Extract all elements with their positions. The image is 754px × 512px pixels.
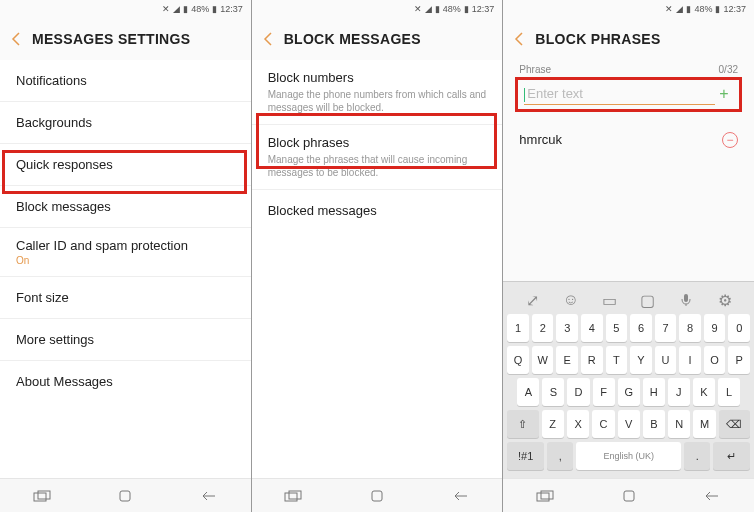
key-7[interactable]: 7: [655, 314, 677, 342]
row-block-phrases[interactable]: Block phrases Manage the phrases that wi…: [252, 125, 503, 190]
recents-icon[interactable]: [27, 486, 57, 506]
block-list: Block numbers Manage the phone numbers f…: [252, 60, 503, 478]
key-y[interactable]: Y: [630, 346, 652, 374]
row-backgrounds[interactable]: Backgrounds: [0, 102, 251, 144]
row-caller-id[interactable]: Caller ID and spam protection On: [0, 228, 251, 277]
key-o[interactable]: O: [704, 346, 726, 374]
key-q[interactable]: Q: [507, 346, 529, 374]
screen-block-phrases: ✕ ◢ ▮ 48% ▮ 12:37 BLOCK PHRASES Phrase 0…: [503, 0, 754, 512]
row-more-settings[interactable]: More settings: [0, 319, 251, 361]
space-key[interactable]: English (UK): [576, 442, 681, 470]
key-a[interactable]: A: [517, 378, 539, 406]
key-k[interactable]: K: [693, 378, 715, 406]
page-title: MESSAGES SETTINGS: [32, 31, 190, 47]
key-4[interactable]: 4: [581, 314, 603, 342]
battery-icon: ▮: [464, 4, 469, 14]
key-h[interactable]: H: [643, 378, 665, 406]
key-6[interactable]: 6: [630, 314, 652, 342]
key-8[interactable]: 8: [679, 314, 701, 342]
key-9[interactable]: 9: [704, 314, 726, 342]
key-1[interactable]: 1: [507, 314, 529, 342]
home-icon[interactable]: [110, 486, 140, 506]
key-w[interactable]: W: [532, 346, 554, 374]
key-t[interactable]: T: [606, 346, 628, 374]
wifi-icon: ◢: [425, 4, 432, 14]
svg-rect-2: [120, 491, 130, 501]
symbols-key[interactable]: !#1: [507, 442, 544, 470]
add-phrase-button[interactable]: +: [715, 85, 733, 103]
screen-messages-settings: ✕ ◢ ▮ 48% ▮ 12:37 MESSAGES SETTINGS Noti…: [0, 0, 251, 512]
key-j[interactable]: J: [668, 378, 690, 406]
key-p[interactable]: P: [728, 346, 750, 374]
svg-rect-8: [541, 491, 553, 499]
key-r[interactable]: R: [581, 346, 603, 374]
key-s[interactable]: S: [542, 378, 564, 406]
key-d[interactable]: D: [567, 378, 589, 406]
key-v[interactable]: V: [618, 410, 640, 438]
header: BLOCK MESSAGES: [252, 18, 503, 60]
key-f[interactable]: F: [593, 378, 615, 406]
row-quick-responses[interactable]: Quick responses: [0, 144, 251, 186]
key-5[interactable]: 5: [606, 314, 628, 342]
back-nav-icon[interactable]: [446, 486, 476, 506]
expand-icon[interactable]: ⤢: [521, 290, 545, 310]
time-text: 12:37: [472, 4, 495, 14]
row-font-size[interactable]: Font size: [0, 277, 251, 319]
key-b[interactable]: B: [643, 410, 665, 438]
key-3[interactable]: 3: [556, 314, 578, 342]
enter-key[interactable]: ↵: [713, 442, 750, 470]
backspace-key[interactable]: ⌫: [719, 410, 750, 438]
row-block-numbers[interactable]: Block numbers Manage the phone numbers f…: [252, 60, 503, 125]
key-z[interactable]: Z: [542, 410, 564, 438]
svg-rect-4: [289, 491, 301, 499]
header: MESSAGES SETTINGS: [0, 18, 251, 60]
battery-text: 48%: [191, 4, 209, 14]
signal-icon: ▮: [435, 4, 440, 14]
key-l[interactable]: L: [718, 378, 740, 406]
back-icon[interactable]: [6, 29, 26, 49]
recents-icon[interactable]: [278, 486, 308, 506]
battery-icon: ▮: [715, 4, 720, 14]
key-c[interactable]: C: [592, 410, 614, 438]
settings-icon[interactable]: ⚙: [713, 290, 737, 310]
recents-icon[interactable]: [530, 486, 560, 506]
row-about[interactable]: About Messages: [0, 361, 251, 402]
remove-phrase-button[interactable]: −: [722, 132, 738, 148]
gif-icon[interactable]: ▭: [597, 290, 621, 310]
row-blocked-messages[interactable]: Blocked messages: [252, 190, 503, 231]
battery-text: 48%: [694, 4, 712, 14]
battery-text: 48%: [443, 4, 461, 14]
key-e[interactable]: E: [556, 346, 578, 374]
screen-block-messages: ✕ ◢ ▮ 48% ▮ 12:37 BLOCK MESSAGES Block n…: [252, 0, 503, 512]
key-n[interactable]: N: [668, 410, 690, 438]
key-m[interactable]: M: [693, 410, 715, 438]
period-key[interactable]: .: [684, 442, 710, 470]
home-icon[interactable]: [614, 486, 644, 506]
key-x[interactable]: X: [567, 410, 589, 438]
key-0[interactable]: 0: [728, 314, 750, 342]
back-icon[interactable]: [258, 29, 278, 49]
key-g[interactable]: G: [618, 378, 640, 406]
row-notifications[interactable]: Notifications: [0, 60, 251, 102]
status-bar: ✕ ◢ ▮ 48% ▮ 12:37: [252, 0, 503, 18]
back-nav-icon[interactable]: [697, 486, 727, 506]
shift-key[interactable]: ⇧: [507, 410, 538, 438]
keyboard-toolbar: ⤢ ☺ ▭ ▢ ⚙: [507, 286, 750, 314]
key-2[interactable]: 2: [532, 314, 554, 342]
back-nav-icon[interactable]: [194, 486, 224, 506]
key-i[interactable]: I: [679, 346, 701, 374]
phrase-input[interactable]: Enter text: [524, 84, 715, 105]
comma-key[interactable]: ,: [547, 442, 573, 470]
emoji-icon[interactable]: ☺: [559, 290, 583, 310]
keyboard-row-4: !#1 , English (UK) . ↵: [507, 442, 750, 470]
sticker-icon[interactable]: ▢: [636, 290, 660, 310]
time-text: 12:37: [723, 4, 746, 14]
row-block-messages[interactable]: Block messages: [0, 186, 251, 228]
vibrate-icon: ✕: [665, 4, 673, 14]
row-subtitle: Manage the phone numbers from which call…: [268, 88, 487, 114]
home-icon[interactable]: [362, 486, 392, 506]
voice-icon[interactable]: [674, 290, 698, 310]
key-u[interactable]: U: [655, 346, 677, 374]
settings-list: Notifications Backgrounds Quick response…: [0, 60, 251, 478]
back-icon[interactable]: [509, 29, 529, 49]
